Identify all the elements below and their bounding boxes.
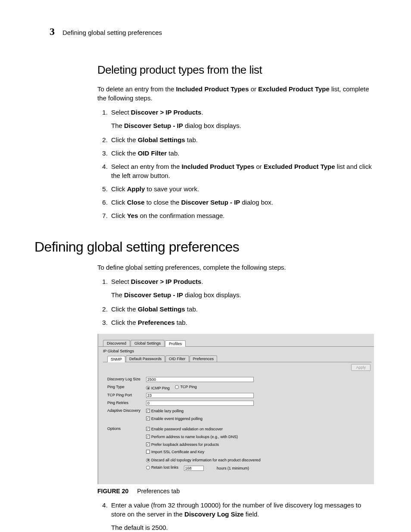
radio-icon	[146, 458, 150, 462]
chapter-number: 3	[50, 26, 55, 37]
subheading-deleting: Deleting product types from the list	[97, 63, 374, 77]
check-password-validation[interactable]: Enable password validation on rediscover	[146, 427, 223, 431]
label-discovery-log-size: Discovery Log Size	[107, 377, 146, 381]
radio-tcp-ping[interactable]: TCP Ping	[175, 385, 196, 389]
label-hours-min: hours (1 minimum)	[217, 466, 249, 470]
radio-icon	[146, 466, 150, 470]
dialog-screenshot: Discovered Global Settings Profiles IP G…	[97, 334, 374, 484]
check-event-polling[interactable]: Enable event triggered polling	[146, 417, 202, 421]
radio-discard-topology[interactable]: Discard all old topology information for…	[146, 458, 261, 462]
radio-icon	[175, 385, 179, 389]
step: Click the OID Filter tab.	[109, 149, 374, 158]
check-lazy-polling[interactable]: Enable lazy polling	[146, 409, 184, 413]
checkbox-icon	[146, 450, 150, 454]
step: Click the Global Settings tab.	[109, 135, 374, 144]
step: Select an entry from the Included Produc…	[109, 162, 374, 180]
check-loopback[interactable]: Prefer loopback addresses for products	[146, 442, 219, 447]
figure-caption: FIGURE 20Preferences tab	[97, 488, 374, 495]
input-discovery-log-size[interactable]: 2500	[146, 377, 254, 382]
steps-list-2: Select Discover > IP Products. The Disco…	[97, 277, 374, 327]
tab-global-settings[interactable]: Global Settings	[131, 340, 165, 346]
label-tcp-ping-port: TCP Ping Port	[107, 393, 146, 397]
step: Select Discover > IP Products. The Disco…	[109, 108, 374, 130]
checkbox-icon	[146, 435, 150, 439]
checkbox-icon	[146, 409, 150, 413]
tab-oid-filter[interactable]: OID Filter	[165, 355, 189, 362]
step: Enter a value (from 32 through 10000) fo…	[109, 501, 374, 532]
inner-tabs: SNMP Default Passwords OID Filter Prefer…	[107, 355, 374, 362]
step: Select Discover > IP Products. The Disco…	[109, 277, 374, 299]
step: Click Close to close the Discover Setup …	[109, 198, 374, 207]
intro-para-2: To define global setting preferences, co…	[97, 263, 374, 272]
checkbox-icon	[146, 417, 150, 420]
input-tcp-ping-port[interactable]: 23	[146, 393, 254, 398]
label-options: Options	[107, 426, 146, 431]
figure-20: Discovered Global Settings Profiles IP G…	[97, 334, 374, 495]
step: Click Yes on the confirmation message.	[109, 211, 374, 220]
running-title: Defining global setting preferences	[62, 29, 162, 36]
apply-button[interactable]: Apply	[351, 364, 371, 371]
radio-icon	[146, 386, 150, 390]
figure-label: FIGURE 20	[97, 488, 128, 495]
heading-defining: Defining global setting preferences	[34, 239, 377, 255]
checkbox-icon	[146, 442, 150, 446]
steps-list-1: Select Discover > IP Products. The Disco…	[97, 108, 374, 220]
label-ping-retries: Ping Retries	[107, 401, 146, 405]
radio-icmp-ping[interactable]: ICMP Ping	[146, 386, 170, 390]
figure-title: Preferences tab	[137, 488, 180, 495]
step: Click the Preferences tab.	[109, 318, 374, 327]
check-import-ssl[interactable]: Import SSL Certificate and Key	[146, 450, 204, 454]
label-ping-type: Ping Type	[107, 385, 146, 389]
checkbox-icon	[146, 427, 150, 431]
tab-default-passwords[interactable]: Default Passwords	[126, 355, 165, 362]
tab-discovered[interactable]: Discovered	[103, 340, 130, 346]
radio-retain-links[interactable]: Retain lost links	[146, 465, 178, 470]
tab-profiles[interactable]: Profiles	[165, 340, 186, 347]
step: Click Apply to save your work.	[109, 184, 374, 193]
top-tabs: Discovered Global Settings Profiles	[103, 340, 374, 346]
input-retain-hours[interactable]: 168	[184, 466, 204, 471]
input-ping-retries[interactable]: 0	[146, 401, 254, 406]
dialog-subtitle: IP Global Settings	[103, 349, 374, 353]
tab-preferences[interactable]: Preferences	[190, 355, 218, 362]
label-adaptive-discovery: Adaptive Discovery	[107, 408, 146, 413]
tab-snmp[interactable]: SNMP	[107, 356, 125, 362]
check-dns-lookup[interactable]: Perform address to name lookups (e.g., w…	[146, 435, 238, 439]
step: Click the Global Settings tab.	[109, 305, 374, 314]
steps-list-2-cont: Enter a value (from 32 through 10000) fo…	[97, 501, 374, 532]
running-header: 3 Defining global setting preferences	[50, 26, 377, 37]
intro-para-1: To delete an entry from the Included Pro…	[97, 84, 374, 103]
